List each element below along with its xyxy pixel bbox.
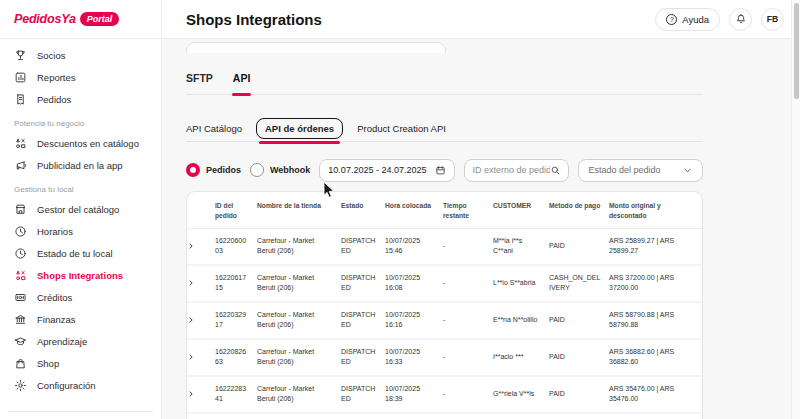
sidebar-item-descuentos[interactable]: Descuentos en catálogo xyxy=(0,132,161,154)
cell-tiempo: - xyxy=(441,302,491,339)
order-external-id-field xyxy=(464,159,569,182)
sidebar-item-creditos[interactable]: Créditos xyxy=(0,286,161,308)
radio-pedidos[interactable]: Pedidos xyxy=(186,163,241,177)
row-expand-button[interactable] xyxy=(187,228,213,265)
sidebar-item-estado-local[interactable]: Estado de tu local xyxy=(0,242,161,264)
header-estado: Estado xyxy=(339,192,383,228)
notifications-button[interactable] xyxy=(729,8,752,31)
cell-pago: PAID xyxy=(547,339,607,376)
megaphone-icon xyxy=(14,159,27,172)
search-icon[interactable] xyxy=(550,165,561,176)
shapes-icon xyxy=(14,269,27,282)
chevron-right-icon xyxy=(187,279,195,287)
cell-order-id: 1622032917 xyxy=(213,302,255,339)
trophy-icon xyxy=(14,49,27,62)
table-row[interactable]: 1622061715 Carrefour - Market Beruti (20… xyxy=(187,265,702,302)
row-expand-button[interactable] xyxy=(187,302,213,339)
sidebar-item-finanzas[interactable]: Finanzas xyxy=(0,308,161,330)
date-range-input[interactable]: 10.07.2025 - 24.07.2025 xyxy=(319,159,455,182)
cell-customer: I**acio *** xyxy=(491,339,547,376)
header-id: ID del pedido xyxy=(213,192,255,228)
table-row[interactable]: 1622228341 Carrefour - Market Beruti (20… xyxy=(187,376,702,413)
cell-customer: L**io S**abria xyxy=(491,265,547,302)
cell-hora: 10/07/2025 16:16 xyxy=(383,302,441,339)
api-subtabs: API Catálogo API de órdenes Product Crea… xyxy=(186,115,703,142)
scrollbar-thumb[interactable] xyxy=(794,3,799,99)
cell-estado: DISPATCHED xyxy=(339,302,383,339)
row-expand-button[interactable] xyxy=(187,265,213,302)
page-scrollbar[interactable] xyxy=(791,0,800,419)
row-expand-button[interactable] xyxy=(187,376,213,413)
brand-portal-badge: Portal xyxy=(80,12,120,26)
cell-pago: PAID xyxy=(547,302,607,339)
sidebar-nav: Socios Reportes Pedidos Potencia tu nego… xyxy=(0,39,161,396)
cell-customer: G**riela V**ls xyxy=(491,376,547,413)
cell-monto: ARS 35476.00 | ARS 35476.00 xyxy=(607,376,702,413)
sidebar-item-label: Shop xyxy=(37,358,59,369)
date-range-value: 10.07.2025 - 24.07.2025 xyxy=(328,165,426,175)
subtab-api-catalogo[interactable]: API Catálogo xyxy=(186,123,242,134)
cell-customer: E**na N**olillo xyxy=(491,302,547,339)
order-state-select[interactable]: Estado del pedido xyxy=(578,159,703,182)
sidebar-item-shops-integrations[interactable]: Shops Integrations xyxy=(0,264,161,286)
bank-icon xyxy=(14,313,27,326)
sidebar-item-label: Créditos xyxy=(37,292,72,303)
cell-hora: 10/07/2025 xyxy=(383,413,441,419)
cell-monto: ARS 25899.27 | ARS 25899.27 xyxy=(607,228,702,265)
table-row[interactable]: 1622032917 Carrefour - Market Beruti (20… xyxy=(187,302,702,339)
cell-store: Carrefour - Market Beruti (206) xyxy=(255,413,339,419)
sidebar-item-aprendizaje[interactable]: Aprendizaje xyxy=(0,330,161,352)
brand-logo[interactable]: PedidosYa Portal xyxy=(0,0,161,39)
chevron-right-icon xyxy=(187,353,195,361)
sidebar-item-socios[interactable]: Socios xyxy=(0,44,161,66)
table-row[interactable]: 162222870 Carrefour - Market Beruti (206… xyxy=(187,413,702,419)
subtab-product-creation-api[interactable]: Product Creation API xyxy=(357,123,446,134)
cell-order-id: 1622228341 xyxy=(213,376,255,413)
cell-tiempo: - xyxy=(441,265,491,302)
sidebar-divider xyxy=(8,411,153,412)
radio-webhook[interactable]: Webhook xyxy=(250,163,310,177)
sidebar-item-horarios[interactable]: Horarios xyxy=(0,220,161,242)
cell-estado: DISPATCHED xyxy=(339,413,383,419)
cell-estado: DISPATCHED xyxy=(339,228,383,265)
sidebar-item-label: Configuración xyxy=(37,380,96,391)
sidebar-item-pedidos[interactable]: Pedidos xyxy=(0,88,161,110)
table-row[interactable]: 1622082663 Carrefour - Market Beruti (20… xyxy=(187,339,702,376)
cell-customer xyxy=(491,413,547,419)
sidebar-item-publicidad[interactable]: Publicidad en la app xyxy=(0,154,161,176)
subtab-api-ordenes[interactable]: API de órdenes xyxy=(256,118,343,139)
user-avatar[interactable]: FB xyxy=(761,8,784,31)
banknote-icon xyxy=(14,291,27,304)
sidebar-item-shop[interactable]: Shop xyxy=(0,352,161,374)
header-hora: Hora colocada xyxy=(383,192,441,228)
help-button[interactable]: ? Ayuda xyxy=(655,8,720,31)
table-header-row: ID del pedido Nombre de la tienda Estado… xyxy=(187,192,702,228)
orders-table-card: ID del pedido Nombre de la tienda Estado… xyxy=(186,191,703,419)
cell-order-id: 162222870 xyxy=(213,413,255,419)
cell-estado: DISPATCHED xyxy=(339,339,383,376)
tab-api[interactable]: API xyxy=(233,72,251,94)
header-expand xyxy=(187,192,213,228)
header-monto: Monto original y descontado xyxy=(607,192,702,228)
main-tabs: SFTP API xyxy=(186,72,703,95)
sidebar-item-label: Pedidos xyxy=(37,94,71,105)
cell-tiempo: - xyxy=(441,376,491,413)
row-expand-button[interactable] xyxy=(187,339,213,376)
table-row[interactable]: 1622060003 Carrefour - Market Beruti (20… xyxy=(187,228,702,265)
cell-store: Carrefour - Market Beruti (206) xyxy=(255,265,339,302)
chevron-right-icon xyxy=(187,390,195,398)
sidebar-item-label: Descuentos en catálogo xyxy=(37,138,139,149)
order-external-id-input[interactable] xyxy=(472,165,550,175)
row-expand-button[interactable] xyxy=(187,413,213,419)
tab-sftp[interactable]: SFTP xyxy=(186,72,213,94)
content-area: SFTP API API Catálogo API de órdenes Pro… xyxy=(162,39,800,419)
sidebar-item-label: Socios xyxy=(37,50,66,61)
sidebar-item-configuracion[interactable]: Configuración xyxy=(0,374,161,396)
graduation-cap-icon xyxy=(14,335,27,348)
sidebar: PedidosYa Portal Socios Reportes Pedidos… xyxy=(0,0,162,419)
chevron-right-icon xyxy=(187,242,195,250)
sidebar-item-gestor-catalogo[interactable]: Gestor del catálogo xyxy=(0,198,161,220)
cell-hora: 10/07/2025 16:33 xyxy=(383,339,441,376)
cell-hora: 10/07/2025 15:46 xyxy=(383,228,441,265)
sidebar-item-reportes[interactable]: Reportes xyxy=(0,66,161,88)
